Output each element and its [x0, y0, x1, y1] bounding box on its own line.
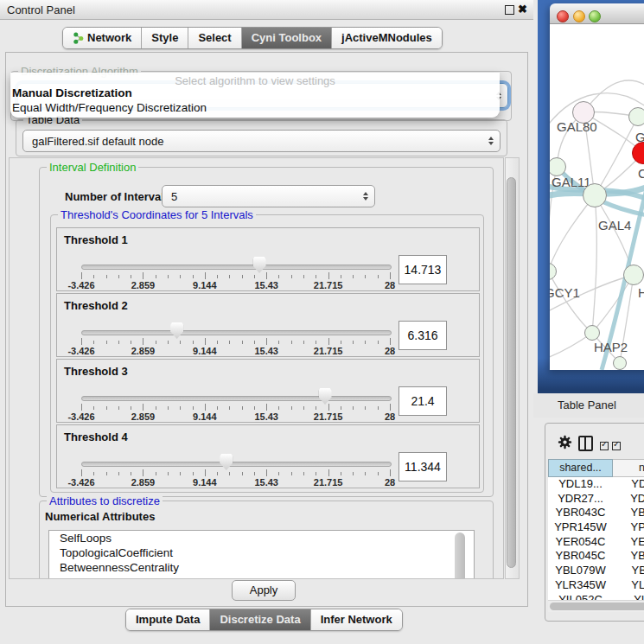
tick-mark: [118, 341, 119, 344]
slider-track[interactable]: [81, 265, 392, 270]
tick-mark: [229, 406, 230, 410]
scale-label: 21.715: [314, 280, 343, 290]
threshold-value-field[interactable]: 11.344: [399, 452, 447, 481]
zoom-traffic-light[interactable]: [589, 10, 601, 22]
tick-mark: [365, 341, 366, 344]
interval-definition-group: Interval Definition Number of Intervals …: [39, 167, 494, 497]
table-row[interactable]: YBR045CYBR0: [548, 549, 644, 564]
tab-jactivemnodules[interactable]: jActiveMNodules: [332, 28, 442, 48]
number-of-intervals-label: Number of Intervals: [65, 190, 170, 203]
table-row[interactable]: YBR043CYBR0: [548, 506, 644, 520]
tick-mark: [341, 341, 341, 344]
network-node[interactable]: [623, 265, 644, 285]
checkbox-icon[interactable]: [612, 442, 621, 450]
table-cell: YDL1: [613, 477, 644, 492]
network-node[interactable]: [583, 183, 607, 207]
table-data-combobox[interactable]: galFiltered.sif default node: [22, 130, 501, 152]
tab-network[interactable]: Network: [63, 28, 142, 48]
tick-mark: [205, 272, 206, 279]
slider-thumb[interactable]: [220, 454, 233, 470]
gear-icon[interactable]: [558, 435, 572, 450]
tab-cyni-toolbox[interactable]: Cyni Toolbox: [242, 28, 332, 48]
table-cell: YER054C: [548, 535, 613, 550]
slider-track[interactable]: [81, 330, 392, 335]
network-node-label: HAP2: [594, 340, 628, 354]
table-hscrollbar-thumb[interactable]: [550, 603, 644, 610]
slider-track[interactable]: [81, 396, 392, 401]
attribute-list-item[interactable]: SelfLoops: [49, 531, 474, 545]
network-node[interactable]: [628, 107, 644, 126]
interval-group-title: Interval Definition: [47, 161, 138, 174]
threshold-panel: Threshold 1-3.4262.8599.14415.4321.71528…: [56, 227, 480, 291]
tick-mark: [353, 341, 354, 344]
tick-mark: [180, 406, 181, 410]
network-node[interactable]: [584, 325, 600, 341]
tab-label: Infer Network: [321, 609, 392, 630]
slider-track[interactable]: [81, 462, 392, 467]
table-row[interactable]: YDL19...YDL1: [548, 477, 644, 492]
algorithm-option[interactable]: Equal Width/Frequency Discretization: [12, 101, 207, 115]
checkbox-icon[interactable]: [600, 442, 609, 450]
float-icon[interactable]: [505, 5, 514, 15]
slider-thumb[interactable]: [170, 322, 183, 339]
slider-thumb[interactable]: [253, 257, 266, 273]
scale-label: 9.144: [193, 477, 217, 488]
table-row[interactable]: YDR27...YDR2: [548, 492, 644, 507]
attributes-scrollbar-thumb[interactable]: [455, 532, 465, 579]
table-row[interactable]: YBL079WYBL0: [548, 564, 644, 578]
tab-discretize-data[interactable]: Discretize Data: [210, 609, 310, 630]
algorithm-option[interactable]: Manual Discretization: [12, 86, 132, 100]
apply-button[interactable]: Apply: [232, 580, 296, 601]
tick-mark: [242, 341, 243, 344]
network-canvas[interactable]: GAL80GACGAL11GAL4GCY1HHAP2: [550, 24, 644, 370]
table-cell: YER0: [613, 535, 644, 550]
threshold-value-field[interactable]: 21.4: [399, 386, 447, 416]
attributes-list[interactable]: SelfLoopsTopologicalCoefficientBetweenne…: [48, 530, 475, 579]
top-tab-bar: NetworkStyleSelectCyni ToolboxjActiveMNo…: [62, 27, 443, 49]
tab-impute-data[interactable]: Impute Data: [126, 609, 210, 630]
threshold-value-field[interactable]: 6.316: [399, 321, 447, 350]
tick-mark: [81, 404, 82, 411]
table-cell: YDL19...: [548, 477, 613, 492]
tab-select[interactable]: Select: [188, 28, 241, 48]
slider-thumb[interactable]: [319, 388, 332, 405]
scale-label: 15.43: [254, 346, 278, 356]
tick-mark: [93, 341, 94, 344]
tick-mark: [291, 341, 292, 344]
checkbox-icons[interactable]: [600, 438, 624, 454]
table-row[interactable]: YLR345WYLR3: [548, 578, 644, 593]
column-header[interactable]: na: [613, 459, 644, 477]
table-row[interactable]: YIL052CYIL0: [548, 593, 644, 601]
settings-viewport: Interval Definition Number of Intervals …: [9, 157, 504, 579]
close-icon[interactable]: ✖: [518, 3, 527, 16]
network-window-titlebar[interactable]: [550, 3, 644, 24]
table-row[interactable]: YER054CYER0: [548, 535, 644, 550]
settings-scrollbar-track[interactable]: [505, 157, 520, 579]
table-cell: YDR27...: [548, 492, 613, 507]
network-node-label: GCY1: [550, 285, 580, 300]
settings-scrollbar-thumb[interactable]: [507, 177, 516, 568]
control-panel-titlebar: Control Panel ✖: [0, 0, 533, 20]
algorithm-placeholder: Select algorithm to view settings: [10, 74, 500, 87]
number-of-intervals-value: 5: [171, 186, 177, 207]
tab-style[interactable]: Style: [142, 28, 188, 48]
column-visibility-icon[interactable]: [578, 436, 593, 451]
tick-mark: [217, 406, 218, 410]
attribute-list-item[interactable]: TopologicalCoefficient: [49, 545, 474, 560]
threshold-value-field[interactable]: 14.713: [399, 255, 447, 284]
slider-scale-labels: -3.4262.8599.14415.4321.71528: [81, 280, 390, 290]
tick-mark: [266, 272, 267, 279]
tick-mark: [390, 469, 391, 476]
attribute-list-item[interactable]: BetweennessCentrality: [49, 560, 474, 575]
table-cell: YIL052C: [548, 593, 613, 601]
number-of-intervals-combobox[interactable]: 5: [162, 185, 375, 207]
scale-label: 15.43: [254, 411, 278, 422]
close-traffic-light[interactable]: [557, 10, 569, 22]
thresholds-group-title: Threshold's Coordinates for 5 Intervals: [58, 208, 256, 221]
network-node[interactable]: [613, 356, 627, 370]
table-row[interactable]: YPR145WYPR1: [548, 520, 644, 535]
minimize-traffic-light[interactable]: [573, 10, 585, 22]
table-hscrollbar-track[interactable]: [548, 600, 644, 612]
tab-infer-network[interactable]: Infer Network: [311, 609, 402, 630]
column-header[interactable]: shared...: [548, 459, 613, 477]
